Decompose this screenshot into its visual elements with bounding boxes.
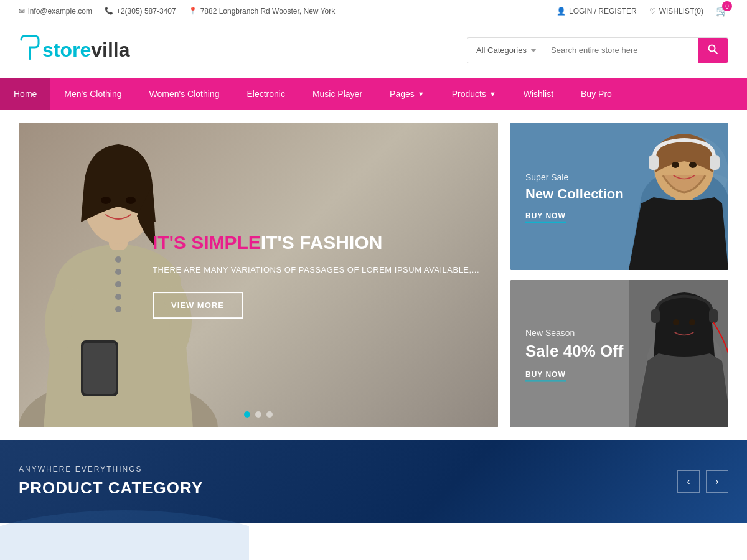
svg-point-12 [115, 281, 121, 287]
banner-sale: New Season Sale 40% Off BUY NOW [510, 280, 728, 427]
svg-point-7 [126, 197, 136, 204]
hero-text-block: IT'S SIMPLEIT'S FASHION THERE ARE MANY V… [153, 231, 479, 319]
nav-label-womens: Women's Clothing [149, 89, 220, 99]
address-text: 7882 Longbranch Rd Wooster, New York [200, 7, 336, 16]
search-input[interactable] [542, 39, 698, 61]
banner-2-title: Sale 40% Off [525, 342, 624, 361]
side-banners: Super Sale New Collection BUY NOW [510, 123, 728, 427]
nav-label-home: Home [14, 89, 37, 99]
cart-badge: 0 [722, 1, 732, 11]
svg-rect-22 [710, 155, 720, 170]
logo-store-text: store [42, 39, 91, 62]
login-register-link[interactable]: LOGIN / REGISTER [557, 7, 637, 16]
phone-text: +2(305) 587-3407 [116, 7, 176, 16]
search-button[interactable] [698, 38, 728, 63]
main-nav: Home Men's Clothing Women's Clothing Ele… [0, 78, 747, 110]
banner-2-content: New Season Sale 40% Off BUY NOW [525, 328, 624, 380]
nav-item-home[interactable]: Home [0, 78, 50, 110]
slider-dot-1[interactable] [244, 411, 250, 418]
header: store villa All Categories [0, 22, 747, 78]
category-select[interactable]: All Categories [467, 39, 542, 61]
nav-label-electronic: Electronic [247, 89, 284, 99]
product-category-subtitle: ANYWHERE EVERYTHINGS [19, 465, 203, 474]
nav-label-wishlist: Wishlist [524, 89, 553, 99]
svg-point-24 [689, 162, 697, 168]
hero-headline: IT'S SIMPLEIT'S FASHION [153, 231, 479, 254]
search-bar: All Categories [467, 37, 728, 63]
slider-dot-2[interactable] [255, 411, 261, 418]
svg-point-35 [0, 510, 249, 523]
banner-1-subtitle: Super Sale [525, 172, 624, 182]
svg-rect-32 [709, 309, 718, 323]
logo-icon [19, 35, 41, 65]
svg-point-0 [29, 57, 31, 60]
top-bar-contact: info@example.com +2(305) 587-3407 7882 L… [19, 7, 335, 16]
nav-label-pages: Pages [390, 89, 415, 99]
svg-point-13 [115, 294, 121, 300]
svg-point-10 [115, 256, 121, 263]
location-icon [189, 7, 197, 15]
banner-1-content: Super Sale New Collection BUY NOW [525, 172, 624, 220]
phone-icon [105, 7, 113, 15]
logo-villa-text: villa [91, 39, 129, 62]
svg-point-6 [101, 197, 111, 204]
nav-item-electronic[interactable]: Electronic [233, 78, 298, 110]
svg-rect-21 [649, 155, 659, 170]
phone-info: +2(305) 587-3407 [105, 7, 176, 16]
mail-icon [19, 7, 25, 16]
banner-1-title: New Collection [525, 185, 624, 202]
banner-2-subtitle: New Season [525, 328, 624, 338]
svg-line-2 [715, 50, 718, 54]
wishlist-text: WISHLIST(0) [659, 7, 703, 16]
nav-item-pages[interactable]: Pages ▼ [376, 78, 438, 110]
top-bar: info@example.com +2(305) 587-3407 7882 L… [0, 0, 747, 22]
user-icon [557, 7, 566, 16]
svg-point-23 [672, 162, 679, 168]
hero-subtext: THERE ARE MANY VARIATIONS OF PASSAGES OF… [153, 264, 479, 277]
category-prev-button[interactable]: ‹ [677, 470, 700, 493]
wishlist-link[interactable]: WISHLIST(0) [649, 7, 703, 16]
hero-headline-white: IT'S FASHION [261, 232, 382, 253]
top-bar-actions: LOGIN / REGISTER WISHLIST(0) 0 [557, 5, 728, 17]
cart-wrapper[interactable]: 0 [716, 5, 728, 17]
main-content: IT'S SIMPLEIT'S FASHION THERE ARE MANY V… [0, 110, 747, 440]
hero-headline-pink: IT'S SIMPLE [153, 232, 261, 253]
nav-label-products: Products [452, 89, 486, 99]
svg-rect-9 [83, 343, 116, 394]
logo[interactable]: store villa [19, 35, 130, 65]
nav-label-music: Music Player [312, 89, 362, 99]
address-info: 7882 Longbranch Rd Wooster, New York [189, 7, 336, 16]
banner-new-collection: Super Sale New Collection BUY NOW [510, 123, 728, 270]
category-next-button[interactable]: › [706, 470, 728, 493]
svg-point-33 [673, 319, 679, 325]
category-nav-buttons: ‹ › [677, 470, 728, 493]
banner-1-buy-now-link[interactable]: BUY NOW [525, 212, 566, 223]
banner-2-buy-now-link[interactable]: BUY NOW [525, 370, 566, 381]
svg-point-34 [689, 319, 695, 325]
svg-point-14 [115, 306, 121, 312]
email-text: info@example.com [28, 7, 92, 16]
nav-item-buypro[interactable]: Buy Pro [567, 78, 626, 110]
nav-label-mens: Men's Clothing [64, 89, 121, 99]
slider-dots [244, 411, 273, 418]
nav-label-buypro: Buy Pro [581, 89, 612, 99]
nav-item-womens[interactable]: Women's Clothing [136, 78, 233, 110]
pages-arrow-icon: ▼ [418, 90, 425, 98]
nav-item-wishlist[interactable]: Wishlist [510, 78, 567, 110]
products-arrow-icon: ▼ [489, 90, 496, 98]
slider-dot-3[interactable] [266, 411, 273, 418]
login-text: LOGIN / REGISTER [569, 7, 637, 16]
hero-slider: IT'S SIMPLEIT'S FASHION THERE ARE MANY V… [19, 123, 498, 427]
hero-view-more-button[interactable]: VIEW MORE [153, 292, 243, 319]
email-info: info@example.com [19, 7, 92, 16]
svg-rect-31 [651, 309, 660, 323]
hero-background: IT'S SIMPLEIT'S FASHION THERE ARE MANY V… [19, 123, 498, 427]
nav-item-music[interactable]: Music Player [299, 78, 376, 110]
heart-icon [649, 7, 656, 16]
svg-point-11 [115, 269, 121, 275]
product-category-section: ANYWHERE EVERYTHINGS PRODUCT CATEGORY ‹ … [0, 440, 747, 523]
nav-item-mens[interactable]: Men's Clothing [50, 78, 135, 110]
nav-item-products[interactable]: Products ▼ [438, 78, 510, 110]
